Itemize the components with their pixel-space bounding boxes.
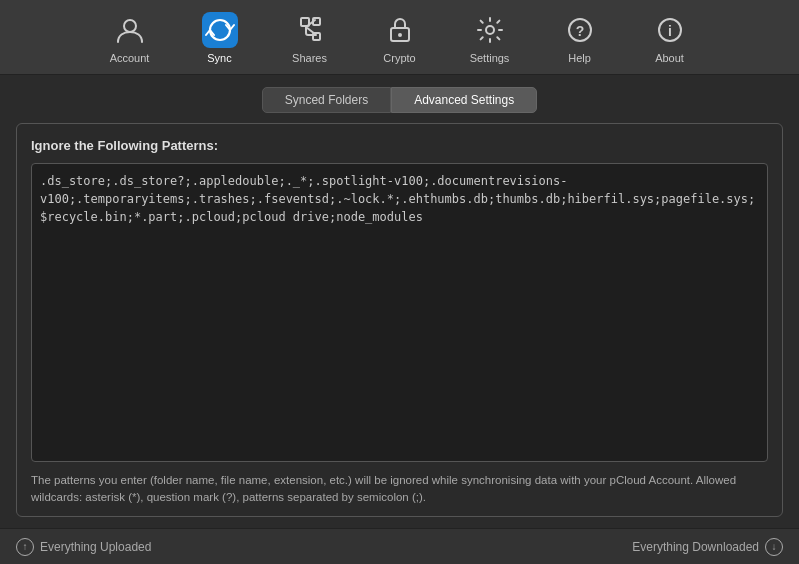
svg-text:i: i: [668, 23, 672, 39]
help-icon: ?: [562, 12, 598, 48]
tab-advanced-settings[interactable]: Advanced Settings: [391, 87, 537, 113]
download-icon: ↓: [765, 538, 783, 556]
sync-icon: [202, 12, 238, 48]
nav-item-sync[interactable]: Sync: [175, 8, 265, 68]
nav-item-about[interactable]: i About: [625, 8, 715, 68]
nav-item-help[interactable]: ? Help: [535, 8, 625, 68]
nav-item-crypto[interactable]: Crypto: [355, 8, 445, 68]
about-label: About: [655, 52, 684, 64]
person-icon: [112, 12, 148, 48]
svg-point-5: [398, 33, 402, 37]
topbar: Account Sync Shares: [0, 0, 799, 75]
statusbar: ↑ Everything Uploaded Everything Downloa…: [0, 528, 799, 564]
tab-strip: Synced Folders Advanced Settings: [16, 87, 783, 113]
nav-item-account[interactable]: Account: [85, 8, 175, 68]
status-right: Everything Downloaded ↓: [632, 538, 783, 556]
nav-item-settings[interactable]: Settings: [445, 8, 535, 68]
patterns-textarea[interactable]: [31, 163, 768, 462]
svg-point-6: [486, 26, 494, 34]
download-status: Everything Downloaded: [632, 540, 759, 554]
upload-icon: ↑: [16, 538, 34, 556]
nav-item-shares[interactable]: Shares: [265, 8, 355, 68]
account-label: Account: [110, 52, 150, 64]
advanced-settings-panel: Ignore the Following Patterns: The patte…: [16, 123, 783, 517]
crypto-label: Crypto: [383, 52, 415, 64]
settings-label: Settings: [470, 52, 510, 64]
gear-icon: [472, 12, 508, 48]
lock-icon: [382, 12, 418, 48]
panel-title: Ignore the Following Patterns:: [31, 138, 768, 153]
svg-text:?: ?: [575, 23, 584, 39]
svg-point-0: [124, 20, 136, 32]
info-icon: i: [652, 12, 688, 48]
help-label: Help: [568, 52, 591, 64]
content-area: Synced Folders Advanced Settings Ignore …: [0, 75, 799, 531]
tab-synced-folders[interactable]: Synced Folders: [262, 87, 391, 113]
hint-text: The patterns you enter (folder name, fil…: [31, 472, 768, 507]
shares-label: Shares: [292, 52, 327, 64]
sync-label: Sync: [207, 52, 231, 64]
share-icon: [292, 12, 328, 48]
status-left: ↑ Everything Uploaded: [16, 538, 151, 556]
upload-status: Everything Uploaded: [40, 540, 151, 554]
